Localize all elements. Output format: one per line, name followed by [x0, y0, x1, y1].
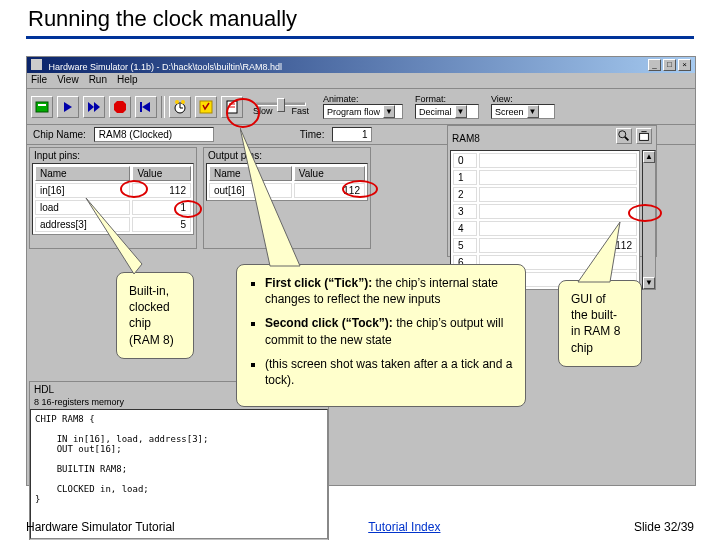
app-icon [31, 59, 42, 70]
ram-panel: RAM8 0 1 2 3 [447, 125, 657, 257]
minimize-button[interactable]: _ [648, 59, 661, 71]
time-field: 1 [332, 127, 372, 142]
svg-marker-2 [64, 102, 72, 112]
table-row: 3 [453, 204, 637, 219]
bullet-2: Second click (“Tock”): the chip’s output… [265, 315, 513, 347]
svg-marker-3 [88, 102, 94, 112]
table-row: 1 [453, 170, 637, 185]
chevron-down-icon[interactable]: ▼ [527, 105, 539, 118]
chipname-label: Chip Name: [33, 129, 86, 140]
reset-button[interactable] [135, 96, 157, 118]
view-combo[interactable]: Screen ▼ [491, 104, 555, 119]
input-pins-panel: Input pins: NameValue in[16]112 load1 ad… [29, 147, 197, 249]
format-label: Format: [415, 94, 479, 104]
svg-rect-1 [38, 104, 46, 106]
svg-marker-4 [94, 102, 100, 112]
menu-file[interactable]: File [31, 74, 47, 87]
table-row: 0 [453, 153, 637, 168]
output-pins-panel: Output pins: NameValue out[16]112 [203, 147, 371, 249]
slide-title: Running the clock manually [28, 6, 297, 32]
bullet-1: First click (“Tick”): the chip’s interna… [265, 275, 513, 307]
chipname-field: RAM8 (Clocked) [94, 127, 214, 142]
col-value: Value [132, 166, 191, 181]
window-title: Hardware Simulator (1.1b) - D:\hack\tool… [49, 62, 283, 72]
callout-main: First click (“Tick”): the chip’s interna… [236, 264, 526, 407]
toolbar: Slow Fast Animate: Program flow ▼ Format… [27, 89, 695, 125]
format-combo[interactable]: Decimal ▼ [415, 104, 479, 119]
footer: Hardware Simulator Tutorial Tutorial Ind… [26, 520, 694, 534]
red-circle [226, 98, 260, 128]
menu-view[interactable]: View [57, 74, 79, 87]
chevron-down-icon[interactable]: ▼ [383, 105, 395, 118]
input-pins-title: Input pins: [30, 148, 196, 163]
svg-point-17 [618, 131, 625, 138]
red-circle [342, 180, 378, 198]
svg-rect-19 [640, 133, 649, 140]
maximize-button[interactable]: □ [663, 59, 676, 71]
run-button[interactable] [83, 96, 105, 118]
fast-label: Fast [291, 106, 309, 116]
ram-title: RAM8 [452, 133, 480, 144]
clear-icon[interactable] [636, 128, 652, 144]
red-circle [628, 204, 662, 222]
tutorial-index-link[interactable]: Tutorial Index [368, 520, 440, 534]
toolbar-separator [161, 96, 165, 118]
col-name: Name [35, 166, 130, 181]
time-label: Time: [300, 129, 325, 140]
search-icon[interactable] [616, 128, 632, 144]
load-chip-button[interactable] [31, 96, 53, 118]
red-circle [120, 180, 148, 198]
single-step-button[interactable] [57, 96, 79, 118]
table-row: load1 [35, 200, 191, 215]
svg-point-11 [175, 100, 179, 104]
close-button[interactable]: × [678, 59, 691, 71]
table-row: 2 [453, 187, 637, 202]
callout-left: Built-in, clocked chip (RAM 8) [116, 272, 194, 359]
bullet-3: (this screen shot was taken after a a ti… [265, 356, 513, 388]
animate-combo[interactable]: Program flow ▼ [323, 104, 403, 119]
footer-left: Hardware Simulator Tutorial [26, 520, 175, 534]
svg-marker-6 [142, 102, 150, 112]
title-underline [26, 36, 694, 39]
footer-right: Slide 32/39 [634, 520, 694, 534]
red-circle [174, 200, 202, 218]
menu-run[interactable]: Run [89, 74, 107, 87]
callout-right: GUI of the built- in RAM 8 chip [558, 280, 642, 367]
output-pins-title: Output pins: [204, 148, 370, 163]
speed-slider[interactable] [256, 102, 306, 106]
table-row: address[3]5 [35, 217, 191, 232]
svg-rect-0 [36, 102, 48, 112]
animate-label: Animate: [323, 94, 403, 104]
clock-button[interactable] [169, 96, 191, 118]
chevron-down-icon[interactable]: ▼ [455, 105, 467, 118]
menubar: File View Run Help [27, 73, 695, 89]
view-label: View: [491, 94, 555, 104]
svg-marker-5 [114, 101, 126, 113]
stop-button[interactable] [109, 96, 131, 118]
titlebar: Hardware Simulator (1.1b) - D:\hack\tool… [27, 57, 695, 73]
table-row: in[16]112 [35, 183, 191, 198]
table-row: 4 [453, 221, 637, 236]
svg-line-18 [624, 137, 628, 141]
table-row: 5112 [453, 238, 637, 253]
menu-help[interactable]: Help [117, 74, 138, 87]
svg-point-12 [181, 100, 185, 104]
svg-rect-7 [140, 102, 142, 112]
eval-button[interactable] [195, 96, 217, 118]
